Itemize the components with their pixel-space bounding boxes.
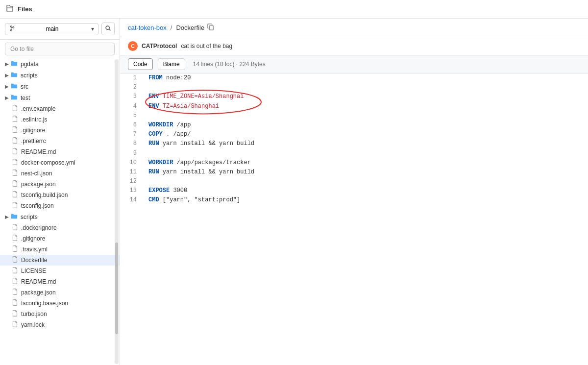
tree-item--gitignore[interactable]: .gitignore bbox=[0, 125, 120, 136]
tree-item-tsconfig-base-json[interactable]: tsconfig.base.json bbox=[0, 298, 120, 309]
file-icon bbox=[12, 148, 18, 156]
svg-point-2 bbox=[10, 29, 12, 31]
folder-icon bbox=[11, 71, 18, 79]
line-code: ENV TZ=Asia/Shanghai bbox=[145, 102, 588, 111]
main-container: main ▾ Go to file ▶ pgdata ▶ scripts ▶ bbox=[0, 19, 588, 365]
file-icon bbox=[12, 278, 18, 286]
tree-item-Dockerfile[interactable]: Dockerfile bbox=[0, 255, 120, 266]
file-icon bbox=[12, 321, 18, 329]
tree-item-LICENSE[interactable]: LICENSE bbox=[0, 266, 120, 276]
line-row: 12 bbox=[120, 177, 588, 186]
file-icon bbox=[12, 289, 18, 296]
folder-icon bbox=[11, 94, 18, 102]
folder-label: scripts bbox=[21, 214, 38, 220]
file-label: yarn.lock bbox=[21, 321, 45, 328]
file-icon bbox=[12, 256, 18, 264]
line-code: EXPOSE 3000 bbox=[145, 186, 588, 195]
file-label: README.md bbox=[21, 278, 56, 285]
file-icon bbox=[12, 299, 18, 307]
avatar: C bbox=[128, 41, 138, 51]
breadcrumb-repo[interactable]: cat-token-box bbox=[128, 24, 167, 31]
file-icon bbox=[12, 116, 18, 123]
tree-item-pgdata[interactable]: ▶ pgdata bbox=[0, 58, 120, 70]
line-code bbox=[145, 83, 588, 92]
line-row: 13EXPOSE 3000 bbox=[120, 186, 588, 195]
file-label: tsconfig.json bbox=[21, 202, 54, 209]
chevron-icon: ▶ bbox=[5, 61, 9, 67]
line-row: 10WORKDIR /app/packages/tracker bbox=[120, 158, 588, 168]
line-row: 4ENV TZ=Asia/Shanghai bbox=[120, 102, 588, 111]
sidebar-scrollbar-thumb[interactable] bbox=[115, 243, 118, 334]
file-label: tsconfig.build.json bbox=[21, 192, 68, 198]
file-label: tsconfig.base.json bbox=[21, 300, 68, 307]
line-number: 2 bbox=[120, 83, 145, 92]
svg-rect-6 bbox=[210, 25, 214, 30]
branch-selector[interactable]: main ▾ bbox=[5, 23, 98, 35]
line-code bbox=[145, 111, 588, 121]
goto-file-label: Go to file bbox=[10, 46, 34, 52]
file-icon bbox=[12, 180, 18, 188]
file-label: .gitignore bbox=[21, 127, 45, 134]
file-icon bbox=[12, 191, 18, 199]
line-number: 11 bbox=[120, 168, 145, 177]
tree-item-README-md[interactable]: README.md bbox=[0, 146, 120, 157]
folder-icon bbox=[11, 213, 18, 221]
file-icon bbox=[12, 310, 18, 318]
folder-label: pgdata bbox=[21, 61, 39, 68]
copy-path-button[interactable] bbox=[207, 24, 214, 32]
file-label: .dockerignore bbox=[21, 224, 57, 231]
line-code: RUN yarn install && yarn build bbox=[145, 139, 588, 148]
line-number: 7 bbox=[120, 130, 145, 139]
tree-item-tsconfig-json[interactable]: tsconfig.json bbox=[0, 200, 120, 211]
tree-item--env-example[interactable]: .env.example bbox=[0, 103, 120, 114]
file-label: .travis.yml bbox=[21, 246, 48, 253]
line-number: 1 bbox=[120, 73, 145, 83]
file-icon bbox=[12, 137, 18, 145]
file-icon bbox=[12, 159, 18, 167]
search-button[interactable] bbox=[101, 23, 115, 35]
tree-item-README-md[interactable]: README.md bbox=[0, 276, 120, 287]
file-icon bbox=[12, 267, 18, 275]
tree-item--travis-yml[interactable]: .travis.yml bbox=[0, 244, 120, 255]
line-row: 6WORKDIR /app bbox=[120, 121, 588, 130]
tree-item-scripts[interactable]: ▶ scripts bbox=[0, 70, 120, 81]
goto-file-input[interactable]: Go to file bbox=[5, 43, 115, 55]
tab-blame[interactable]: Blame bbox=[158, 58, 185, 70]
svg-line-5 bbox=[109, 29, 111, 31]
tree-item-test[interactable]: ▶ test bbox=[0, 92, 120, 103]
file-label: .eslintrc.js bbox=[21, 116, 47, 123]
file-label: turbo.json bbox=[21, 311, 47, 317]
code-table: 1FROM node:2023ENV TIME_ZONE=Asia/Shangh… bbox=[120, 73, 588, 205]
top-bar-title: Files bbox=[18, 5, 32, 13]
file-icon bbox=[12, 245, 18, 253]
commit-message: cat is out of the bag bbox=[181, 43, 232, 49]
tree-item--dockerignore[interactable]: .dockerignore bbox=[0, 222, 120, 233]
tree-item--gitignore[interactable]: .gitignore bbox=[0, 233, 120, 244]
tree-item-package-json[interactable]: package.json bbox=[0, 287, 120, 298]
tree-item-package-json[interactable]: package.json bbox=[0, 179, 120, 190]
tree-item--eslintrc-js[interactable]: .eslintrc.js bbox=[0, 114, 120, 125]
tree-item-turbo-json[interactable]: turbo.json bbox=[0, 309, 120, 319]
tree-item-nest-cli-json[interactable]: nest-cli.json bbox=[0, 168, 120, 179]
line-number: 6 bbox=[120, 121, 145, 130]
tree-item-yarn-lock[interactable]: yarn.lock bbox=[0, 319, 120, 330]
line-row: 5 bbox=[120, 111, 588, 121]
tree-item-scripts[interactable]: ▶ scripts bbox=[0, 211, 120, 222]
folder-label: src bbox=[21, 83, 28, 90]
file-meta-bar: Code Blame 14 lines (10 loc) · 224 Bytes bbox=[120, 55, 588, 73]
tab-code[interactable]: Code bbox=[128, 58, 153, 70]
tree-item--prettierrc[interactable]: .prettierrc bbox=[0, 136, 120, 146]
tree-item-tsconfig-build-json[interactable]: tsconfig.build.json bbox=[0, 190, 120, 200]
sidebar-tree: ▶ pgdata ▶ scripts ▶ src ▶ test .env. bbox=[0, 58, 120, 330]
commit-author[interactable]: CATProtocol bbox=[142, 43, 177, 49]
file-icon bbox=[12, 105, 18, 113]
line-code: COPY . /app/ bbox=[145, 130, 588, 139]
tree-item-src[interactable]: ▶ src bbox=[0, 81, 120, 92]
line-code: WORKDIR /app bbox=[145, 121, 588, 130]
sidebar-scrollbar[interactable] bbox=[115, 59, 119, 364]
file-info: 14 lines (10 loc) · 224 Bytes bbox=[193, 61, 266, 68]
line-code: RUN yarn install && yarn build bbox=[145, 168, 588, 177]
tree-item-docker-compose-yml[interactable]: docker-compose.yml bbox=[0, 157, 120, 168]
chevron-icon: ▶ bbox=[5, 95, 9, 100]
line-row: 9 bbox=[120, 149, 588, 158]
